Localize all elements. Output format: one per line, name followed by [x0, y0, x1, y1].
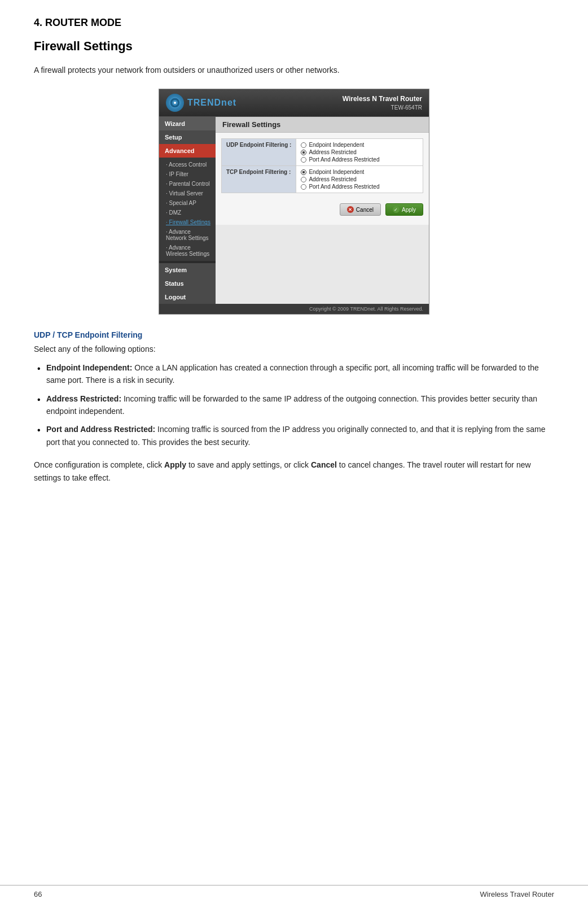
sidebar-item-special-ap[interactable]: · Special AP [159, 198, 216, 208]
router-body: Wizard Setup Advanced · Access Control ·… [159, 117, 429, 304]
sidebar-item-access-control[interactable]: · Access Control [159, 160, 216, 169]
sidebar-submenu: · Access Control · IP Filter · Parental … [159, 158, 216, 261]
tcp-radio-2[interactable] [301, 177, 306, 182]
tcp-radio-1[interactable] [301, 169, 306, 175]
tcp-address-restricted[interactable]: Address Restricted [301, 176, 418, 182]
udp-options: Endpoint Independent Address Restricted [296, 139, 423, 166]
section-title: Firewall Settings [34, 39, 554, 54]
trendnet-logo: TRENDnet [166, 94, 236, 112]
bullet-list: Endpoint Independent: Once a LAN applica… [34, 361, 554, 448]
logo-text: TRENDnet [187, 98, 236, 108]
footer-page-number: 66 [34, 890, 42, 898]
router-footer: Copyright © 2009 TRENDnet. All Rights Re… [159, 304, 429, 314]
cancel-button[interactable]: ✕ Cancel [340, 203, 381, 216]
sidebar-item-firewall-settings[interactable]: · Firewall Settings [159, 217, 216, 227]
udp-address-restricted[interactable]: Address Restricted [301, 149, 418, 155]
tcp-port-address-restricted[interactable]: Port And Address Restricted [301, 184, 418, 190]
footer-product-name: Wireless Travel Router [480, 890, 554, 898]
intro-text: A firewall protects your network from ou… [34, 64, 554, 76]
closing-text: Once configuration is complete, click Ap… [34, 459, 554, 484]
subsection-heading: UDP / TCP Endpoint Filtering [34, 330, 554, 339]
sidebar-item-virtual-server[interactable]: · Virtual Server [159, 189, 216, 198]
chapter-title: 4. ROUTER MODE [34, 17, 554, 29]
svg-point-2 [174, 102, 176, 104]
main-content: UDP Endpoint Filtering : Endpoint Indepe… [216, 133, 429, 225]
sidebar-logout-btn[interactable]: Logout [159, 290, 216, 304]
udp-radio-2[interactable] [301, 150, 306, 155]
router-main: Firewall Settings UDP Endpoint Filtering… [216, 117, 429, 304]
tcp-options: Endpoint Independent Address Restricted [296, 166, 423, 193]
firewall-settings-table: UDP Endpoint Filtering : Endpoint Indepe… [221, 138, 423, 193]
bullet-endpoint-independent: Endpoint Independent: Once a LAN applica… [34, 361, 554, 387]
sidebar-item-advance-network[interactable]: · Advance Network Settings [159, 227, 216, 243]
apply-button[interactable]: ✓ Apply [385, 203, 423, 216]
udp-port-address-restricted[interactable]: Port And Address Restricted [301, 156, 418, 163]
tcp-label: TCP Endpoint Filtering : [222, 166, 296, 193]
subsection-intro: Select any of the following options: [34, 343, 554, 355]
tcp-radio-3[interactable] [301, 184, 306, 190]
bullet-port-address-restricted: Port and Address Restricted: Incoming tr… [34, 423, 554, 448]
sidebar-wizard-btn[interactable]: Wizard [159, 117, 216, 130]
bullet-term-2: Address Restricted: [46, 394, 121, 403]
page-footer: 66 Wireless Travel Router [0, 885, 588, 903]
udp-radio-group: Endpoint Independent Address Restricted [301, 142, 418, 163]
udp-radio-3[interactable] [301, 157, 306, 163]
tcp-endpoint-independent[interactable]: Endpoint Independent [301, 169, 418, 175]
main-panel-title: Firewall Settings [216, 117, 429, 133]
router-sidebar: Wizard Setup Advanced · Access Control ·… [159, 117, 216, 304]
logo-icon [166, 94, 184, 112]
sidebar-item-ip-filter[interactable]: · IP Filter [159, 169, 216, 179]
sidebar-item-parental-control[interactable]: · Parental Control [159, 179, 216, 189]
udp-endpoint-independent[interactable]: Endpoint Independent [301, 142, 418, 148]
cancel-icon: ✕ [347, 206, 354, 213]
tcp-radio-group: Endpoint Independent Address Restricted [301, 169, 418, 190]
sidebar-system-btn[interactable]: System [159, 263, 216, 277]
apply-icon: ✓ [393, 206, 400, 213]
router-header: TRENDnet Wireless N Travel Router TEW-65… [159, 89, 429, 117]
sidebar-item-dmz[interactable]: · DMZ [159, 208, 216, 217]
router-screenshot: TRENDnet Wireless N Travel Router TEW-65… [34, 89, 554, 315]
sidebar-item-advance-wireless[interactable]: · Advance Wireless Settings [159, 243, 216, 259]
bullet-term-1: Endpoint Independent: [46, 363, 132, 372]
router-ui-panel: TRENDnet Wireless N Travel Router TEW-65… [159, 89, 429, 315]
bullet-address-restricted: Address Restricted: Incoming traffic wil… [34, 392, 554, 418]
udp-radio-1[interactable] [301, 142, 306, 148]
router-model: Wireless N Travel Router TEW-654TR [343, 94, 422, 112]
bullet-term-3: Port and Address Restricted: [46, 425, 155, 434]
udp-row: UDP Endpoint Filtering : Endpoint Indepe… [222, 139, 423, 166]
sidebar-advanced-btn[interactable]: Advanced [159, 144, 216, 158]
sidebar-status-btn[interactable]: Status [159, 277, 216, 290]
tcp-row: TCP Endpoint Filtering : Endpoint Indepe… [222, 166, 423, 193]
page-content: 4. ROUTER MODE Firewall Settings A firew… [0, 0, 588, 529]
button-row: ✕ Cancel ✓ Apply [221, 200, 423, 219]
sidebar-setup-btn[interactable]: Setup [159, 130, 216, 144]
udp-label: UDP Endpoint Filtering : [222, 139, 296, 166]
